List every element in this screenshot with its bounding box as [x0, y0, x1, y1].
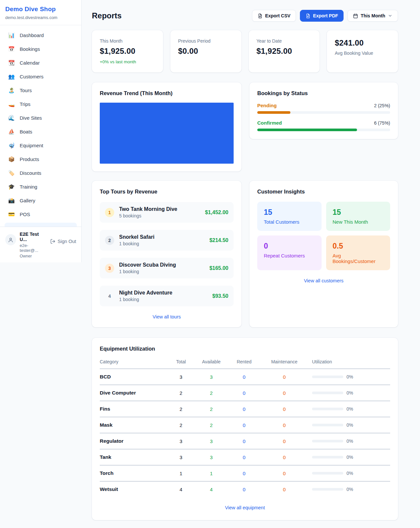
tour-revenue: $93.50 [212, 293, 228, 299]
rented-value: 0 [226, 374, 262, 380]
utilization-bar [312, 488, 343, 491]
tour-bookings: 1 booking [119, 297, 172, 302]
available-value: 2 [197, 390, 226, 396]
tile-label: Total Customers [264, 219, 315, 225]
equipment-category: Tank [100, 454, 165, 460]
tour-revenue: $165.00 [209, 265, 228, 271]
stat-label: Avg Booking Value [335, 51, 390, 56]
equipment-category: Torch [100, 470, 165, 476]
equipment-category: Regulator [100, 438, 165, 444]
tour-revenue: $214.50 [209, 237, 228, 243]
sidebar-item-training[interactable]: 🎓Training [5, 181, 77, 192]
available-value: 2 [197, 406, 226, 412]
sidebar-item-calendar[interactable]: 📆Calendar [5, 57, 77, 68]
progress-fill [257, 111, 290, 114]
table-row: BCD 3 3 0 0 0% [100, 369, 390, 385]
col-rented: Rented [226, 359, 262, 364]
export-pdf-button[interactable]: Export PDF [300, 10, 344, 22]
file-download-icon [258, 13, 262, 18]
customer-insights-card: Customer Insights 15 Total Customers 15 … [249, 181, 398, 327]
sidebar-item-pos[interactable]: 💳POS [5, 209, 77, 220]
sidebar-item-dive-sites[interactable]: 🌊Dive Sites [5, 112, 77, 123]
card-title: Equipment Utilization [100, 346, 390, 352]
equipment-category: Mask [100, 422, 165, 428]
sidebar-item-gallery[interactable]: 📸Gallery [5, 195, 77, 206]
utilization-percent: 0% [346, 471, 353, 476]
island-icon: 🏝️ [8, 87, 15, 93]
sidebar-item-products[interactable]: 📦Products [5, 154, 77, 165]
maintenance-value: 0 [262, 422, 306, 428]
stat-card-this-month: This Month $1,925.00 +0% vs last month [92, 30, 163, 72]
camera-icon: 📸 [8, 197, 15, 204]
sidebar-item-label: Calendar [20, 60, 40, 66]
col-available: Available [197, 359, 226, 364]
sidebar-item-label: Bookings [20, 46, 40, 52]
credit-card-icon: 💳 [8, 211, 15, 217]
utilization-percent: 0% [346, 438, 353, 444]
tour-row: 3 Discover Scuba Diving 1 booking $165.0… [100, 258, 234, 278]
sidebar-item-label: POS [20, 212, 30, 217]
view-all-equipment-link[interactable]: View all equipment [100, 505, 390, 510]
view-all-customers-link[interactable]: View all customers [257, 278, 390, 283]
sidebar-item-dashboard[interactable]: 📊Dashboard [5, 30, 77, 41]
page-header: Reports Export CSV Export PDF This Month [92, 10, 398, 22]
equipment-category: BCD [100, 374, 165, 380]
tour-row: 4 Night Dive Adventure 1 booking $93.50 [100, 286, 234, 306]
graduation-cap-icon: 🎓 [8, 184, 15, 190]
sidebar-item-trips[interactable]: 🚤Trips [5, 99, 77, 110]
calendar-icon: 📆 [8, 60, 15, 66]
stat-label: This Month [100, 38, 155, 44]
card-title: Top Tours by Revenue [100, 189, 234, 195]
tile-repeat-customers: 0 Repeat Customers [257, 235, 322, 270]
sidebar-item-bookings[interactable]: 📅Bookings [5, 44, 77, 54]
sidebar-nav: 📊Dashboard 📅Bookings 📆Calendar 👥Customer… [0, 25, 81, 227]
maintenance-value: 0 [262, 374, 306, 380]
export-csv-button[interactable]: Export CSV [252, 10, 296, 22]
sidebar-item-equipment[interactable]: 🤿Equipment [5, 140, 77, 151]
utilization-percent: 0% [346, 406, 353, 412]
col-maintenance: Maintenance [262, 359, 306, 364]
sidebar-item-label: Training [20, 184, 37, 190]
rank-badge: 1 [105, 208, 114, 217]
tile-label: New This Month [333, 219, 384, 225]
progress-track [257, 111, 390, 114]
rented-value: 0 [226, 406, 262, 412]
maintenance-value: 0 [262, 455, 306, 460]
equipment-category: Fins [100, 406, 165, 412]
sidebar-item-label: Customers [20, 74, 44, 79]
file-download-icon [305, 13, 310, 18]
user-info: E2E Test U... e2e-tester@... Owner [20, 232, 47, 258]
calendar-icon [353, 13, 358, 18]
rented-value: 0 [226, 422, 262, 428]
sidebar-item-boats[interactable]: ⛵Boats [5, 126, 77, 137]
equipment-category: Wetsuit [100, 486, 165, 492]
utilization-bar [312, 472, 343, 475]
stat-label: Year to Date [257, 38, 312, 44]
page-title: Reports [92, 11, 252, 20]
view-all-tours-link[interactable]: View all tours [100, 314, 234, 319]
col-total: Total [165, 359, 197, 364]
sidebar-item-reports-active-partial[interactable] [5, 223, 77, 227]
user-name: E2E Test U... [20, 232, 47, 242]
sidebar-item-customers[interactable]: 👥Customers [5, 71, 77, 82]
tour-bookings: 5 bookings [119, 213, 177, 218]
sidebar-item-label: Dive Sites [20, 115, 42, 121]
status-count: 6 (75%) [374, 120, 390, 126]
tour-name: Snorkel Safari [119, 234, 155, 240]
period-selector[interactable]: This Month [347, 10, 398, 22]
sidebar-item-tours[interactable]: 🏝️Tours [5, 85, 77, 96]
table-row: Fins 2 2 0 0 0% [100, 401, 390, 417]
sidebar-item-label: Gallery [20, 198, 35, 203]
stat-card-year-to-date: Year to Date $1,925.00 [249, 30, 320, 72]
sidebar-item-discounts[interactable]: 🏷️Discounts [5, 168, 77, 178]
person-icon [8, 237, 13, 243]
tour-name: Night Dive Adventure [119, 290, 172, 296]
sidebar-item-label: Trips [20, 101, 31, 107]
utilization-bar [312, 440, 343, 442]
sidebar-item-label: Boats [20, 129, 32, 134]
sign-out-button[interactable]: Sign Out [50, 239, 76, 244]
progress-fill [257, 129, 357, 131]
package-icon: 📦 [8, 156, 15, 162]
total-value: 2 [165, 406, 197, 412]
utilization-bar [312, 424, 343, 426]
